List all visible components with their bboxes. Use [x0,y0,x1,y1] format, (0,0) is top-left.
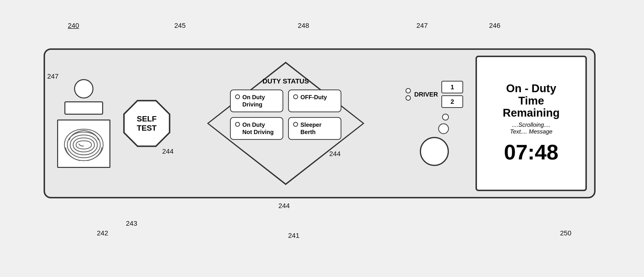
display-panel: On - DutyTimeRemaining ....Scrolloing...… [476,56,587,191]
label-244d: 244 [278,202,290,210]
duty-section: DUTY STATUS On DutyDriving OFF-Duty [178,58,393,189]
duty-status-title: DUTY STATUS [262,77,309,85]
self-test-octagon[interactable]: SELF TEST [123,100,170,147]
driver-dot-1 [406,88,411,93]
duty-btn-sleeper[interactable]: SleeperBerth [288,117,341,140]
driver-indicator-dots [406,88,411,101]
radio-on-not-driving[interactable] [235,122,240,127]
display-time: 07:48 [504,140,558,165]
label-243: 243 [126,220,137,227]
device-panel: SELF TEST DUTY STATUS On DutyDriving [44,48,596,198]
duty-btn-on-driving[interactable]: On DutyDriving [230,89,283,112]
duty-buttons-grid: On DutyDriving OFF-Duty On DutyNot Drivi… [230,89,341,140]
label-240: 240 [68,22,79,29]
diamond-container: DUTY STATUS On DutyDriving OFF-Duty [203,58,368,189]
large-dial-button[interactable] [420,137,449,166]
radio-sleeper[interactable] [293,122,298,127]
radio-off-duty[interactable] [293,94,298,99]
label-241: 241 [288,232,300,240]
indicator-circles [420,114,449,166]
left-section [52,79,115,168]
label-248: 248 [298,22,309,29]
driver-btn-1[interactable]: 1 [441,81,463,93]
fingerprint-box [57,119,110,168]
indicator-medium-1 [438,123,449,134]
driver-label: DRIVER [414,91,438,98]
radio-on-driving[interactable] [235,94,240,99]
label-246: 246 [489,22,500,29]
display-scroll: ....Scrolloing....Text.... Message [510,121,552,135]
driver-btn-2[interactable]: 2 [441,95,463,108]
fingerprint-icon [62,123,106,164]
driver-section: DRIVER 1 2 [400,81,468,166]
circle-button-top[interactable] [74,79,94,98]
duty-btn-off-duty[interactable]: OFF-Duty [288,89,341,112]
duty-btn-on-not-driving[interactable]: On DutyNot Driving [230,117,283,140]
indicator-small-1 [442,114,449,120]
label-244a: 244 [162,148,174,155]
display-title: On - DutyTimeRemaining [502,82,560,119]
self-test-section: SELF TEST [122,100,171,147]
driver-buttons: 1 2 [441,81,463,108]
self-test-label: SELF TEST [137,114,157,133]
label-244c: 244 [329,150,341,158]
diagram-container: 240 245 248 247 246 [24,19,620,252]
label-245: 245 [174,22,186,29]
label-247: 247 [416,22,428,29]
label-242: 242 [97,229,108,237]
rect-button[interactable] [64,101,103,115]
driver-dot-2 [406,95,411,101]
label-247b: 247 [47,73,58,80]
label-250: 250 [560,229,571,237]
self-test-inner: SELF TEST [125,101,169,146]
